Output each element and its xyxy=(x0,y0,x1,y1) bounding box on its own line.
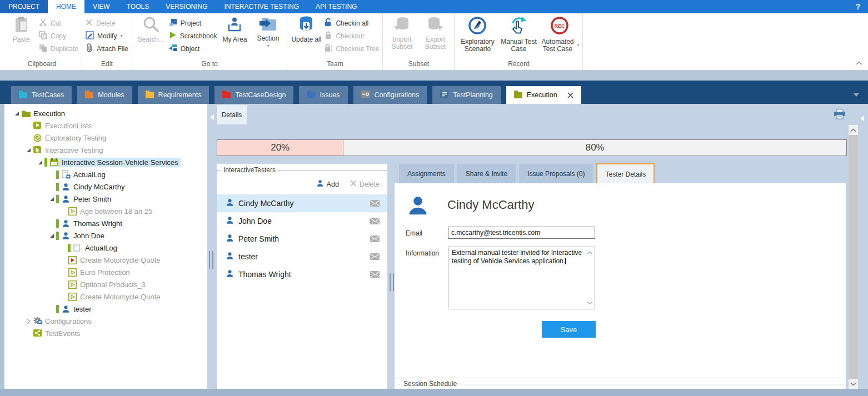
tester-row-thomas-wright[interactable]: Thomas Wright xyxy=(217,265,387,283)
scroll-down-icon[interactable] xyxy=(849,379,858,389)
tree-item-interactive-testing[interactable]: Interactive Testing xyxy=(4,144,207,156)
tree-item-configurations[interactable]: Configurations xyxy=(4,315,207,327)
print-icon[interactable] xyxy=(834,109,846,122)
import-subset-button[interactable]: Import Subset xyxy=(386,13,417,51)
tree-item-actuallog[interactable]: ActualLog xyxy=(4,242,207,254)
save-button[interactable]: Save xyxy=(542,321,596,338)
tree-item-optional-products-3[interactable]: Optional Products_3 xyxy=(4,278,207,290)
envelope-icon[interactable] xyxy=(370,218,380,224)
tab-issue-proposals-0[interactable]: Issue Proposals (0) xyxy=(519,164,593,183)
menu-versioning[interactable]: VERSIONING xyxy=(157,0,216,13)
tab-tester-details[interactable]: Tester Details xyxy=(596,163,655,186)
scroll-up-icon[interactable] xyxy=(849,125,858,135)
expander-open-icon[interactable] xyxy=(36,160,44,165)
vertical-scrollbar[interactable] xyxy=(849,125,858,389)
tester-row-tester[interactable]: tester xyxy=(217,248,387,265)
tree-item-actuallog[interactable]: ActualLog xyxy=(4,168,207,181)
tree-item-interactive-session-vehicle-services[interactable]: Interactive Session-Vehicle Services xyxy=(4,156,207,168)
tree-item-execution[interactable]: Execution xyxy=(4,107,207,119)
details-subtab[interactable]: Details xyxy=(217,105,247,124)
close-tab-icon[interactable] xyxy=(567,92,573,98)
manual-test-case-button[interactable]: Manual Test Case xyxy=(499,13,538,53)
workspace-tab-requirements[interactable]: Requirements xyxy=(138,86,209,104)
envelope-icon[interactable] xyxy=(370,253,380,260)
tab-assignments[interactable]: Assignments xyxy=(399,164,454,183)
tree-item-age-between-18-an-25[interactable]: Age between 18 an 25 xyxy=(4,205,207,217)
attach-file-button[interactable]: Attach File xyxy=(86,43,128,54)
tree-item-tester[interactable]: tester xyxy=(4,303,207,315)
expander-open-icon[interactable] xyxy=(24,148,33,153)
tree-item-euro-protection[interactable]: Euro Protection xyxy=(4,266,207,278)
workspace-tab-modules[interactable]: Modules xyxy=(77,86,132,104)
tree-splitter-grip[interactable] xyxy=(209,251,213,269)
menu-api-testing[interactable]: API TESTING xyxy=(307,0,365,13)
tree-item-create-motorcycle-quote[interactable]: Create Motorcycle Quote xyxy=(4,290,207,303)
panel-splitter-grip[interactable] xyxy=(390,273,394,291)
envelope-icon[interactable] xyxy=(370,235,380,242)
tester-row-cindy-mccarthy[interactable]: Cindy McCarthy xyxy=(217,194,387,212)
workspace-tab-testcases[interactable]: TestCases xyxy=(11,86,72,104)
ribbon-collapse-icon[interactable] xyxy=(856,58,862,68)
automated-dropdown-icon[interactable]: ▾ xyxy=(577,43,579,48)
checkout-tree-button[interactable]: Checkout Tree xyxy=(324,43,379,54)
workspace-tab-testplanning[interactable]: TestPlanning xyxy=(432,86,501,104)
add-tester-button[interactable]: Add xyxy=(316,179,339,189)
goto-object-button[interactable]: Object xyxy=(169,43,217,54)
modify-dropdown-icon[interactable]: ▾ xyxy=(120,34,122,38)
my-area-button[interactable]: My Area xyxy=(219,13,250,43)
tab-share-invite[interactable]: Share & Invite xyxy=(457,164,516,183)
goto-project-button[interactable]: Project xyxy=(169,18,217,28)
tree-item-john-doe[interactable]: John Doe xyxy=(4,229,207,242)
scrollbar-track[interactable] xyxy=(849,135,858,379)
checkout-button[interactable]: Checkout xyxy=(324,31,379,41)
menu-project[interactable]: PROJECT xyxy=(0,0,48,13)
tree-item-create-motorcycle-quote[interactable]: Create Motorcycle Quote xyxy=(4,254,207,266)
textarea-scroll-up-icon[interactable] xyxy=(587,249,593,257)
section-dropdown-icon[interactable]: ▾ xyxy=(267,44,269,48)
tree-collapse-arrow-icon[interactable] xyxy=(210,114,214,120)
modify-button[interactable]: Modify ▾ xyxy=(86,31,128,41)
expander-open-icon[interactable] xyxy=(47,197,56,202)
workspace-tab-issues[interactable]: Issues xyxy=(299,86,347,104)
tree-item-thomas-wright[interactable]: Thomas Wright xyxy=(4,217,207,229)
workspace-tab-configurations[interactable]: Configurations xyxy=(353,86,427,104)
tester-row-john-doe[interactable]: John Doe xyxy=(217,212,387,230)
workspace-tab-testcasedesign[interactable]: TestCaseDesign xyxy=(214,86,293,104)
menu-view[interactable]: VIEW xyxy=(84,0,118,13)
delete-tester-button[interactable]: Delete xyxy=(350,180,380,188)
search-button[interactable]: Search... xyxy=(136,13,167,43)
expander-closed-icon[interactable] xyxy=(24,319,33,324)
update-all-button[interactable]: Update all xyxy=(291,13,322,43)
export-subset-button[interactable]: Export Subset xyxy=(420,13,451,51)
menu-tools[interactable]: TOOLS xyxy=(118,0,157,13)
tree-item-testevents[interactable]: TestEvents xyxy=(4,327,207,339)
menu-interactive-testing[interactable]: INTERACTIVE TESTING xyxy=(216,0,307,13)
cut-button[interactable]: Cut xyxy=(39,18,78,28)
information-field[interactable]: External manual tester invited for Inter… xyxy=(448,247,595,309)
tree-item-cindy-mccarthy[interactable]: Cindy McCarthy xyxy=(4,181,207,193)
tree-item-peter-smith[interactable]: Peter Smith xyxy=(4,193,207,205)
help-button[interactable]: ? xyxy=(855,0,860,13)
duplicate-button[interactable]: Duplicate xyxy=(39,43,78,54)
email-field[interactable] xyxy=(448,227,595,239)
goto-scratchbook-button[interactable]: Scratchbook xyxy=(169,31,217,41)
tabstrip-dropdown-icon[interactable] xyxy=(854,89,859,99)
copy-button[interactable]: Copy xyxy=(39,31,78,41)
checkin-all-button[interactable]: Checkin all xyxy=(324,18,379,28)
expander-open-icon[interactable] xyxy=(47,233,56,238)
tree-item-exploratory-testing[interactable]: Exploratory Testing xyxy=(4,132,207,144)
section-button[interactable]: Section ▾ xyxy=(252,13,283,48)
menu-home[interactable]: HOME xyxy=(48,0,84,13)
pane-collapse-arrow-icon[interactable] xyxy=(860,116,864,121)
expander-open-icon[interactable] xyxy=(12,111,21,116)
tree-item-executionlists[interactable]: ExecutionLists xyxy=(4,119,207,132)
paste-button[interactable]: Paste xyxy=(6,13,37,43)
textarea-scroll-down-icon[interactable] xyxy=(587,299,593,307)
envelope-icon[interactable] xyxy=(370,200,380,207)
envelope-icon[interactable] xyxy=(370,271,380,278)
exploratory-scenario-button[interactable]: Exploratory Scenario xyxy=(458,13,497,53)
workspace-tab-execution[interactable]: Execution xyxy=(506,86,581,104)
tester-row-peter-smith[interactable]: Peter Smith xyxy=(217,230,387,248)
delete-button[interactable]: Delete xyxy=(86,18,128,28)
automated-test-case-button[interactable]: REC Automated Test Case▾ xyxy=(540,13,579,53)
